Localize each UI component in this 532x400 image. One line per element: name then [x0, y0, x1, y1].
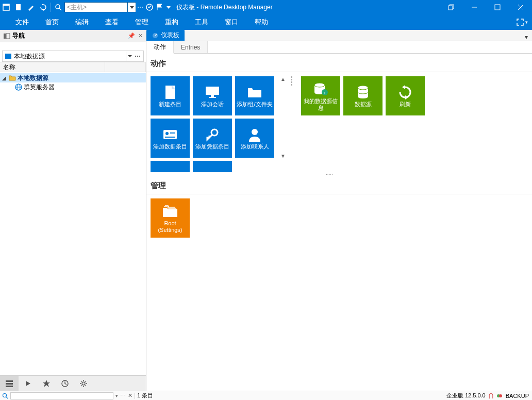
sb-history-icon[interactable]	[56, 376, 74, 391]
svg-text:i: i	[324, 90, 325, 95]
tab-menu[interactable]: ▾	[521, 34, 532, 41]
tile-data-source[interactable]: 数据源	[343, 76, 383, 115]
scroll-down-icon[interactable]: ▼	[280, 153, 286, 159]
nav-icon	[3, 32, 10, 40]
sb-gear-icon[interactable]	[74, 376, 93, 391]
main-area: 导航 📌 ✕ 本地数据源 ⋯ 名称 ◢ 本地数据源 群英服务器	[0, 30, 532, 391]
tree-item-label: 群英服务器	[24, 83, 55, 92]
tile-root-settings[interactable]: Root (Settings)	[151, 198, 190, 238]
svg-rect-6	[448, 6, 453, 10]
sb-star-icon[interactable]	[37, 376, 56, 391]
tile-add-data-entry[interactable]: 添加数据条目	[151, 119, 190, 158]
svg-rect-17	[6, 380, 13, 382]
nav-header: 导航 📌 ✕	[0, 30, 146, 42]
fullscreen-icon[interactable]	[514, 15, 526, 29]
datasource-more[interactable]: ⋯	[134, 53, 141, 60]
menu-manage[interactable]: 管理	[127, 14, 157, 30]
tab-dashboard[interactable]: 仪表板	[146, 29, 185, 41]
qa-target-icon[interactable]	[144, 0, 155, 14]
tile-my-ds-info[interactable]: i 我的数据源信息	[301, 76, 340, 115]
datasource-dropdown[interactable]	[126, 52, 133, 61]
svg-rect-18	[6, 383, 13, 385]
host-combo[interactable]: <主机>	[64, 2, 128, 12]
tile-add-session[interactable]: 添加会话	[193, 76, 232, 115]
menu-tools[interactable]: 工具	[187, 14, 217, 30]
close-button[interactable]	[509, 0, 532, 14]
sidebar: 导航 📌 ✕ 本地数据源 ⋯ 名称 ◢ 本地数据源 群英服务器	[0, 30, 146, 391]
menu-window[interactable]: 窗口	[217, 14, 246, 30]
svg-point-28	[165, 132, 169, 135]
titlebar: <主机> ⋯ 仪表板 - Remote Desktop Manager	[0, 0, 532, 14]
qa-window-icon[interactable]	[0, 0, 12, 14]
sidebar-toolbar	[0, 375, 146, 391]
svg-rect-2	[16, 4, 21, 10]
svg-point-42	[499, 394, 502, 397]
qa-edit-icon[interactable]	[25, 0, 37, 14]
tile-partial-2[interactable]	[193, 161, 232, 172]
tile-add-group[interactable]: 添加组/文件夹	[235, 76, 274, 115]
sb-status-icon: ⋂	[489, 392, 493, 399]
sb-search-input[interactable]	[10, 392, 113, 399]
sb-search-icon[interactable]	[2, 393, 8, 399]
sb-list-icon[interactable]	[0, 376, 19, 391]
sb-more[interactable]: ⋯	[120, 392, 126, 399]
sb-clear-icon[interactable]: ✕	[128, 392, 132, 399]
tile-partial-1[interactable]	[151, 161, 190, 172]
tile-new-entry[interactable]: 新建条目	[151, 76, 190, 115]
sb-search-dd[interactable]: ▾	[115, 393, 118, 398]
qa-flag-icon[interactable]	[155, 0, 165, 14]
dashboard-body: 动作 新建条目 添加会话 添加组/文件夹	[146, 54, 532, 391]
svg-rect-29	[170, 132, 175, 134]
host-dropdown[interactable]	[128, 2, 136, 12]
folder-tile-icon	[247, 84, 262, 101]
qa-search-icon[interactable]	[52, 0, 64, 14]
statusbar: ▾ ⋯ ✕ 1 条目 企业版 12.5.0.0 ⋂ BACKUP	[0, 391, 532, 400]
sb-play-icon[interactable]	[19, 376, 37, 391]
subtab-actions[interactable]: 动作	[146, 41, 174, 54]
svg-rect-8	[495, 5, 500, 10]
menu-edit[interactable]: 编辑	[67, 14, 97, 30]
scroll-up-icon[interactable]: ▲	[280, 76, 286, 82]
root-folder-icon	[162, 203, 178, 220]
qa-dropdown-icon[interactable]	[165, 0, 172, 14]
menubar: 文件 首页 编辑 查看 管理 重构 工具 窗口 帮助 ▾	[0, 14, 532, 30]
col-name[interactable]: 名称	[2, 62, 105, 72]
tile-refresh[interactable]: 刷新	[386, 76, 425, 115]
qa-new-icon[interactable]	[12, 0, 25, 14]
key-icon	[205, 126, 220, 143]
expand-icon[interactable]: ◢	[2, 75, 8, 81]
svg-point-32	[252, 129, 258, 135]
qa-refresh-icon[interactable]	[37, 0, 49, 14]
menu-file[interactable]: 文件	[7, 14, 37, 30]
nav-title: 导航	[12, 31, 25, 40]
monitor-icon	[205, 84, 220, 101]
subtab-entries[interactable]: Entries	[174, 41, 208, 53]
close-panel-icon[interactable]: ✕	[138, 32, 143, 39]
svg-rect-11	[4, 34, 6, 39]
restore-down-icon[interactable]	[439, 0, 462, 14]
menu-refactor[interactable]: 重构	[157, 14, 187, 30]
dashboard-icon	[152, 31, 159, 39]
datasource-label: 本地数据源	[14, 52, 45, 61]
tree-item[interactable]: 群英服务器	[0, 82, 146, 92]
drag-handle[interactable]	[291, 76, 293, 86]
svg-line-4	[59, 8, 61, 10]
qa-more-icon[interactable]: ⋯	[136, 0, 144, 14]
svg-rect-1	[3, 4, 9, 6]
menu-help[interactable]: 帮助	[246, 14, 276, 30]
minimize-button[interactable]	[462, 0, 486, 14]
tab-dashboard-label: 仪表板	[161, 31, 179, 40]
menu-view[interactable]: 查看	[97, 14, 127, 30]
pin-icon[interactable]: 📌	[128, 32, 135, 39]
datasource-selector[interactable]: 本地数据源 ⋯	[2, 51, 144, 62]
menu-home[interactable]: 首页	[37, 14, 67, 30]
tile-scroll[interactable]: ▲ ▼	[279, 76, 287, 159]
tile-add-cred-entry[interactable]: 添加凭据条目	[193, 119, 232, 158]
tree-root[interactable]: ◢ 本地数据源	[0, 73, 146, 82]
svg-rect-26	[209, 97, 216, 98]
maximize-button[interactable]	[486, 0, 509, 14]
svg-rect-27	[163, 130, 177, 139]
tree-root-label: 本地数据源	[18, 74, 48, 82]
tile-add-contact[interactable]: 添加联系人	[235, 119, 274, 158]
globe-icon	[14, 84, 23, 91]
